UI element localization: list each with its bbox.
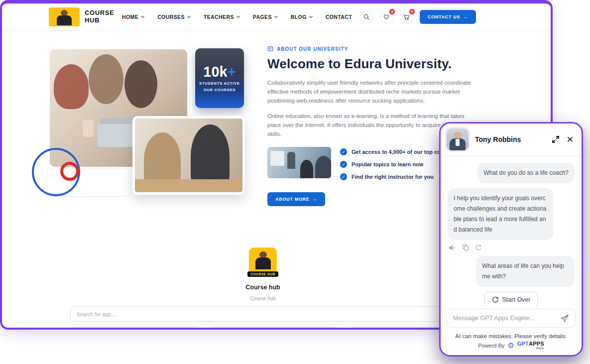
chevron-down-icon — [236, 14, 240, 18]
check-icon: ✓ — [340, 161, 347, 168]
chevron-down-icon — [141, 14, 144, 18]
wishlist-count-badge: 3 — [389, 8, 395, 15]
students-stat-card: 10k+ STUDENTS ACTIVE OUR COURSES — [195, 48, 244, 108]
heart-icon — [383, 13, 390, 20]
powered-by: Powerd By ⚙ GPT APPS Engine — [441, 341, 582, 350]
regenerate-button[interactable] — [475, 244, 482, 251]
logo-gpt: GPT — [517, 341, 529, 347]
expand-icon — [552, 135, 560, 143]
nav-item-pages[interactable]: PAGES — [253, 14, 277, 20]
app-logo-caption: COURSE HUB — [247, 271, 278, 277]
nav-item-teachers[interactable]: TEACHERS — [204, 14, 239, 20]
site-header: COURSE HUB HOME COURSES TEACHERS PAGES B… — [2, 3, 551, 31]
start-over-button[interactable]: Start Over — [484, 292, 538, 307]
app-name: Course hub — [213, 284, 313, 291]
send-icon — [560, 314, 569, 323]
header-actions: 3 5 CONTACT US → — [360, 10, 476, 24]
app-listing: COURSE HUB Course hub Course hub — [213, 247, 313, 301]
user-message: What do you do as a life coach? — [477, 163, 575, 183]
logo-apps: APPS — [529, 341, 544, 347]
chevron-down-icon — [274, 14, 278, 18]
page-title: Welcome to Edura University. — [267, 56, 478, 72]
powered-by-label: Powerd By — [478, 343, 504, 349]
contact-us-button[interactable]: CONTACT US → — [420, 10, 476, 24]
nav-item-blog[interactable]: BLOG — [291, 14, 312, 20]
screen: COURSE HUB HOME COURSES TEACHERS PAGES B… — [0, 0, 590, 364]
arrow-right-icon: → — [463, 14, 468, 19]
app-card — [210, 326, 337, 330]
app-subtitle: Course hub — [213, 296, 313, 301]
close-button[interactable]: ✕ — [567, 135, 574, 144]
chat-input-bar — [447, 309, 576, 328]
send-button[interactable] — [560, 314, 569, 323]
main-nav: HOME COURSES TEACHERS PAGES BLOG CONTACT — [122, 14, 352, 20]
chat-header: Tony Robbins ✕ — [441, 123, 582, 156]
speaker-icon — [449, 244, 456, 251]
chat-widget: Tony Robbins ✕ What do you do as a life … — [439, 122, 583, 357]
arrow-right-icon: → — [313, 197, 318, 202]
cart-button[interactable]: 5 — [400, 10, 413, 24]
stat-line2: OUR COURSES — [204, 88, 236, 92]
avatar — [447, 128, 469, 150]
brand-line2: HUB — [85, 17, 114, 24]
brand-logo-image — [49, 7, 80, 26]
list-item: ✓ Get access to 4,000+ of our top course… — [340, 148, 455, 155]
cart-count-badge: 5 — [409, 8, 415, 15]
app-search-input[interactable] — [70, 306, 480, 322]
red-ring-decoration — [60, 162, 79, 181]
about-more-button[interactable]: ABOUT MORE → — [267, 192, 325, 206]
section-eyebrow: ABOUT OUR UNIVERSITY — [267, 46, 478, 52]
start-over-label: Start Over — [502, 296, 531, 303]
ai-disclaimer: AI can make mistakes. Please verify deta… — [441, 333, 582, 339]
chevron-down-icon — [187, 14, 191, 18]
message-actions — [449, 244, 575, 251]
gear-icon: ⚙ — [507, 342, 514, 349]
logo-engine: Engine — [536, 347, 544, 350]
regenerate-icon — [475, 244, 482, 251]
copy-button[interactable] — [462, 244, 469, 251]
expand-button[interactable] — [552, 135, 560, 143]
about-paragraph-1: Collaboratively simplify user friendly n… — [267, 79, 478, 105]
read-aloud-button[interactable] — [449, 244, 456, 251]
list-item: ✓ Popular topics to learn now — [340, 161, 455, 168]
nav-item-home[interactable]: HOME — [122, 14, 144, 20]
user-message: What areas of life can you help me with? — [476, 256, 575, 287]
nav-item-courses[interactable]: COURSES — [157, 14, 190, 20]
list-item: ✓ Find the right instructor for you — [340, 173, 455, 180]
classroom-photo — [267, 147, 331, 178]
gpt-apps-engine-logo: GPT APPS Engine — [517, 341, 544, 350]
wishlist-button[interactable]: 3 — [380, 10, 393, 24]
feature-label: Find the right instructor for you — [352, 174, 434, 180]
cart-icon — [403, 13, 410, 20]
close-icon: ✕ — [567, 135, 574, 144]
app-card — [70, 326, 198, 330]
copy-icon — [462, 244, 469, 251]
stat-value: 10k+ — [203, 65, 236, 79]
chat-title: Tony Robbins — [475, 135, 545, 143]
search-button[interactable] — [360, 10, 373, 24]
restart-icon — [492, 296, 499, 303]
feature-list: ✓ Get access to 4,000+ of our top course… — [340, 147, 455, 180]
brand-logo[interactable]: COURSE HUB — [49, 7, 114, 26]
check-icon: ✓ — [340, 173, 347, 180]
section-eyebrow-label: ABOUT OUR UNIVERSITY — [277, 46, 348, 52]
stat-line1: STUDENTS ACTIVE — [199, 81, 240, 86]
brand-name: COURSE HUB — [85, 9, 114, 24]
search-icon — [363, 13, 370, 20]
students-desk-photo — [132, 116, 245, 195]
feature-label: Popular topics to learn now — [352, 161, 423, 167]
check-icon: ✓ — [340, 148, 347, 155]
chevron-down-icon — [309, 14, 313, 18]
nav-item-contact[interactable]: CONTACT — [326, 14, 352, 20]
brand-line1: COURSE — [85, 9, 114, 17]
app-cards-row — [70, 326, 476, 330]
certificate-icon — [267, 46, 273, 52]
assistant-message: I help you identify your goals overcome … — [448, 188, 553, 240]
about-more-label: ABOUT MORE — [275, 197, 310, 202]
chat-message-input[interactable] — [453, 315, 556, 322]
contact-us-label: CONTACT US — [428, 14, 460, 19]
chat-messages: What do you do as a life coach? I help y… — [441, 156, 582, 307]
